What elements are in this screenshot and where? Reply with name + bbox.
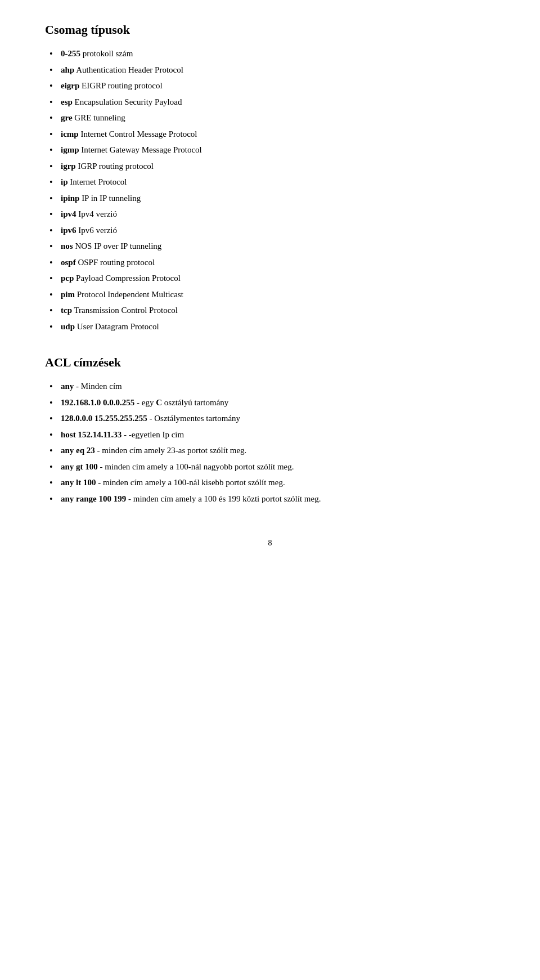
packet-types-list: 0-255 protokoll szám ahp Authentication … [45,47,495,333]
description: Encapsulation Security Payload [75,97,182,106]
keyword: udp [61,322,75,331]
keyword: 128.0.0.0 15.255.255.255 [61,414,147,423]
list-item: host 152.14.11.33 - -egyetlen Ip cím [45,428,495,441]
list-item: ospf OSPF routing protocol [45,256,495,269]
list-item: gre GRE tunneling [45,111,495,124]
description: - minden cím amely a 100-nál nagyobb por… [100,462,294,471]
list-item: any range 100 199 - minden cím amely a 1… [45,493,495,505]
description: - Minden cím [76,382,122,391]
list-item: 192.168.1.0 0.0.0.255 - egy C osztályú t… [45,396,495,409]
keyword: any lt 100 [61,478,96,487]
list-item: any gt 100 - minden cím amely a 100-nál … [45,460,495,473]
keyword: any gt 100 [61,462,98,471]
keyword: ip [61,177,68,186]
list-item: any - Minden cím [45,380,495,393]
page-title: Csomag típusok [45,23,495,37]
keyword: gre [61,113,73,122]
list-item: icmp Internet Control Message Protocol [45,128,495,141]
description: - egy [137,398,156,407]
keyword: esp [61,97,73,106]
list-item: pim Protocol Independent Multicast [45,288,495,301]
description: OSPF routing protocol [78,258,155,267]
keyword: eigrp [61,81,79,90]
description: User Datagram Protocol [77,322,159,331]
page-number: 8 [45,539,495,548]
description: Payload Compression Protocol [76,274,181,283]
keyword: ipv4 [61,209,76,218]
description: IP in IP tunneling [82,194,141,203]
keyword: 192.168.1.0 0.0.0.255 [61,398,134,407]
list-item: esp Encapsulation Security Payload [45,96,495,109]
description: Internet Gateway Message Protocol [81,145,202,154]
description: Internet Control Message Protocol [80,129,197,138]
description: EIGRP routing protocol [82,81,163,90]
keyword: igmp [61,145,79,154]
keyword: any [61,382,74,391]
acl-addresses-list: any - Minden cím 192.168.1.0 0.0.0.255 -… [45,380,495,505]
description: Protocol Independent Multicast [77,290,183,299]
list-item: pcp Payload Compression Protocol [45,272,495,285]
description: - minden cím amely 23-as portot szólít m… [97,446,247,455]
description: IGRP routing protocol [78,162,153,171]
description: protokoll szám [83,49,133,58]
list-item: ip Internet Protocol [45,176,495,189]
description: Internet Protocol [70,177,127,186]
description: - Osztálymentes tartomány [150,414,241,423]
list-item: igrp IGRP routing protocol [45,160,495,173]
list-item: nos NOS IP over IP tunneling [45,240,495,253]
description-cont: osztályú tartomány [162,398,228,407]
keyword: 0-255 [61,49,80,58]
keyword: any range 100 199 [61,494,126,503]
list-item: ipv4 Ipv4 verzió [45,208,495,221]
acl-section-title: ACL címzések [45,355,495,370]
description: Ipv6 verzió [78,226,117,235]
list-item: any eq 23 - minden cím amely 23-as porto… [45,444,495,457]
description: Transmission Control Protocol [74,306,177,315]
keyword: igrp [61,162,76,171]
keyword: icmp [61,129,79,138]
list-item: 0-255 protokoll szám [45,47,495,60]
keyword: pcp [61,274,74,283]
keyword: tcp [61,306,72,315]
list-item: ipv6 Ipv6 verzió [45,224,495,237]
description: GRE tunneling [74,113,125,122]
description: NOS IP over IP tunneling [75,241,161,250]
keyword: ospf [61,258,76,267]
list-item: any lt 100 - minden cím amely a 100-nál … [45,476,495,489]
list-item: tcp Transmission Control Protocol [45,304,495,317]
description: - minden cím amely a 100 és 199 közti po… [128,494,321,503]
list-item: udp User Datagram Protocol [45,320,495,333]
description: - -egyetlen Ip cím [124,430,184,439]
keyword: ipinp [61,194,79,203]
keyword: nos [61,241,73,250]
description: - minden cím amely a 100-nál kisebb port… [98,478,285,487]
list-item: ahp Authentication Header Protocol [45,64,495,77]
list-item: 128.0.0.0 15.255.255.255 - Osztálymentes… [45,412,495,425]
list-item: eigrp EIGRP routing protocol [45,79,495,92]
description: Ipv4 verzió [78,209,117,218]
keyword: ipv6 [61,226,76,235]
keyword: pim [61,290,75,299]
keyword: ahp [61,65,74,74]
inline-bold: C [156,398,162,407]
list-item: igmp Internet Gateway Message Protocol [45,144,495,156]
description: Authentication Header Protocol [76,65,183,74]
keyword: host 152.14.11.33 [61,430,122,439]
keyword: any eq 23 [61,446,95,455]
list-item: ipinp IP in IP tunneling [45,192,495,205]
